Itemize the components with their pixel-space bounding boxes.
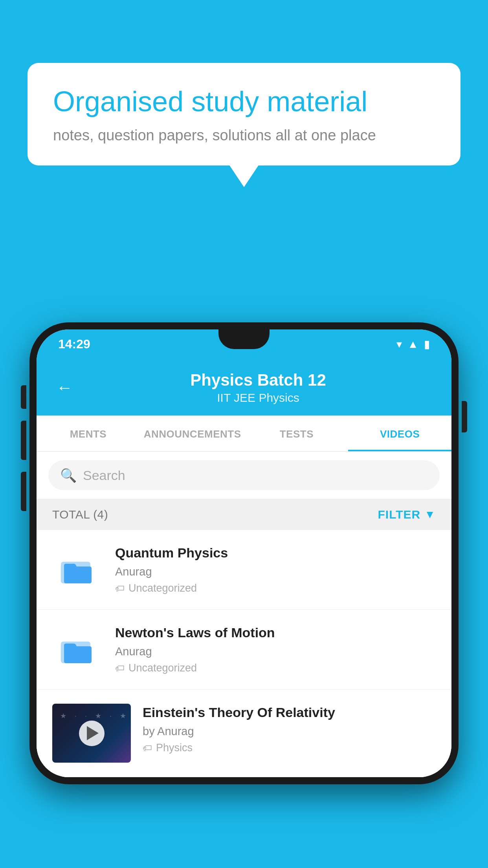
phone-side-button-left-mid <box>21 421 26 460</box>
wifi-icon: ▾ <box>396 338 402 351</box>
video-author: Anurag <box>115 565 436 578</box>
speech-bubble: Organised study material notes, question… <box>28 63 460 166</box>
bubble-subtitle: notes, question papers, solutions all at… <box>53 127 435 144</box>
list-item[interactable]: Einstein's Theory Of Relativity by Anura… <box>37 690 451 777</box>
video-title: Einstein's Theory Of Relativity <box>143 704 436 721</box>
battery-icon: ▮ <box>424 338 430 351</box>
header-title-block: Physics Batch 12 IIT JEE Physics <box>84 371 432 405</box>
tag-label: Physics <box>156 742 193 754</box>
play-icon <box>87 726 99 740</box>
phone-wrapper: 14:29 ▾ ▲ ▮ ← Physics Batch 12 IIT JEE P… <box>29 322 459 868</box>
tag-label: Uncategorized <box>128 662 197 674</box>
app-header: ← Physics Batch 12 IIT JEE Physics <box>37 359 451 416</box>
video-list: Quantum Physics Anurag 🏷 Uncategorized <box>37 530 451 777</box>
status-time: 14:29 <box>58 337 90 351</box>
folder-icon-quantum <box>52 544 103 595</box>
video-author: by Anurag <box>143 725 436 738</box>
video-info-quantum: Quantum Physics Anurag 🏷 Uncategorized <box>115 544 436 594</box>
tag-label: Uncategorized <box>128 582 197 594</box>
status-icons: ▾ ▲ ▮ <box>396 338 430 351</box>
phone-screen: 14:29 ▾ ▲ ▮ ← Physics Batch 12 IIT JEE P… <box>37 329 451 777</box>
video-info-newton: Newton's Laws of Motion Anurag 🏷 Uncateg… <box>115 624 436 674</box>
tabs-bar: MENTS ANNOUNCEMENTS TESTS VIDEOS <box>37 416 451 452</box>
video-info-einstein: Einstein's Theory Of Relativity by Anura… <box>143 704 436 754</box>
filter-button[interactable]: FILTER ▼ <box>378 508 436 521</box>
filter-icon: ▼ <box>424 508 436 521</box>
phone-side-button-left-bot <box>21 472 26 511</box>
filter-bar: TOTAL (4) FILTER ▼ <box>37 499 451 530</box>
list-item[interactable]: Quantum Physics Anurag 🏷 Uncategorized <box>37 530 451 610</box>
video-title: Quantum Physics <box>115 544 436 561</box>
list-item[interactable]: Newton's Laws of Motion Anurag 🏷 Uncateg… <box>37 610 451 690</box>
search-container: 🔍 Search <box>37 452 451 499</box>
video-tag: 🏷 Physics <box>143 742 436 754</box>
video-author: Anurag <box>115 645 436 658</box>
video-thumbnail-einstein <box>52 704 131 763</box>
signal-icon: ▲ <box>407 338 418 351</box>
back-button[interactable]: ← <box>56 378 73 397</box>
filter-label: FILTER <box>378 508 421 521</box>
total-count: TOTAL (4) <box>52 508 108 521</box>
phone-notch <box>218 329 270 349</box>
header-title: Physics Batch 12 <box>84 371 432 390</box>
bubble-title: Organised study material <box>53 85 435 118</box>
phone-side-button-right <box>462 401 467 432</box>
search-icon: 🔍 <box>60 467 77 483</box>
video-title: Newton's Laws of Motion <box>115 624 436 641</box>
tab-ments[interactable]: MENTS <box>37 416 140 451</box>
folder-icon-newton <box>52 624 103 675</box>
video-tag: 🏷 Uncategorized <box>115 582 436 594</box>
play-button[interactable] <box>79 721 105 746</box>
tag-icon: 🏷 <box>115 583 125 594</box>
search-input-wrap[interactable]: 🔍 Search <box>48 460 440 490</box>
phone-side-button-left-top <box>21 385 26 409</box>
tab-tests[interactable]: TESTS <box>245 416 348 451</box>
video-tag: 🏷 Uncategorized <box>115 662 436 674</box>
header-subtitle: IIT JEE Physics <box>84 391 432 405</box>
tab-announcements[interactable]: ANNOUNCEMENTS <box>140 416 245 451</box>
tag-icon: 🏷 <box>143 743 152 754</box>
tag-icon: 🏷 <box>115 663 125 674</box>
tab-videos[interactable]: VIDEOS <box>348 416 451 451</box>
phone-outer: 14:29 ▾ ▲ ▮ ← Physics Batch 12 IIT JEE P… <box>29 322 459 784</box>
search-input[interactable]: Search <box>83 468 125 483</box>
